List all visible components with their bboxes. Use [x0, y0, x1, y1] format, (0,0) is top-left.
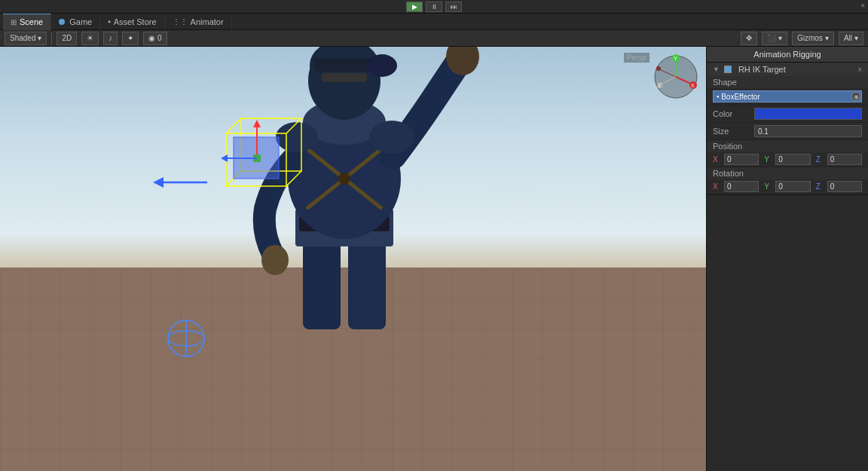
- animator-icon: ⋮⋮: [173, 17, 188, 26]
- ik-target-section: ▼ RH IK Target × Shape ▪ BoxEffector ◉ C…: [707, 63, 868, 195]
- section-collapse-icon: ▼: [713, 66, 720, 73]
- panel-title: Animation Rigging: [753, 50, 821, 59]
- pause-icon: ⏸: [431, 3, 438, 11]
- pos-y-field[interactable]: 0: [775, 154, 810, 165]
- audio-button[interactable]: ♪: [103, 32, 118, 45]
- tools-button[interactable]: ✥: [741, 32, 757, 45]
- svg-line-25: [286, 118, 301, 133]
- svg-point-20: [369, 121, 414, 154]
- size-field[interactable]: 0.1: [754, 125, 862, 137]
- camera-icon: ⬛ ▾: [767, 34, 782, 42]
- panel-header: Animation Rigging: [707, 47, 868, 63]
- svg-point-15: [367, 54, 397, 77]
- size-value: 0.1: [758, 127, 769, 136]
- axes-gizmo: Y X Z: [653, 54, 698, 99]
- svg-text:X: X: [691, 83, 695, 88]
- tab-scene-label: Scene: [20, 17, 43, 26]
- svg-point-50: [656, 66, 661, 71]
- rot-y-label: Y: [764, 182, 773, 191]
- shaded-label: Shaded: [10, 34, 35, 42]
- tab-asset-store[interactable]: ▪ Asset Store: [100, 14, 164, 30]
- audio-icon: ♪: [108, 34, 112, 42]
- rot-z-label: Z: [816, 182, 825, 191]
- pos-z-label: Z: [816, 155, 825, 164]
- visibility-icon: ◉ 0: [148, 34, 161, 42]
- 2d-label: 2D: [62, 34, 72, 42]
- game-dot-icon: [59, 19, 65, 25]
- size-row: Size 0.1: [707, 123, 868, 140]
- color-label: Color: [713, 109, 754, 118]
- svg-line-24: [226, 118, 241, 133]
- ik-target-header[interactable]: ▼ RH IK Target ×: [707, 63, 868, 76]
- svg-marker-38: [153, 177, 164, 188]
- pos-y-label: Y: [764, 155, 773, 164]
- color-swatch[interactable]: [754, 108, 862, 120]
- gizmos-label: Gizmos: [797, 34, 823, 42]
- asset-store-icon: ▪: [108, 17, 111, 26]
- ik-target-close-icon[interactable]: ×: [857, 66, 862, 74]
- tab-animator[interactable]: ⋮⋮ Animator: [165, 14, 232, 30]
- gizmos-chevron-icon: ▾: [825, 34, 829, 42]
- all-chevron-icon: ▾: [854, 34, 858, 42]
- size-label: Size: [713, 127, 754, 136]
- effector-field[interactable]: ▪ BoxEffector ◉: [713, 90, 862, 102]
- rot-x-field[interactable]: 0: [724, 181, 759, 192]
- rotation-xyz-row: X 0 Y 0 Z 0: [707, 179, 868, 194]
- window-close[interactable]: ×: [860, 2, 865, 10]
- top-bar: ▶ ⏸ ⏭ ×: [0, 0, 868, 14]
- tab-game[interactable]: Game: [51, 14, 100, 30]
- scene-vis-button[interactable]: ◉ 0: [143, 32, 167, 45]
- svg-point-8: [338, 173, 350, 185]
- camera-button[interactable]: ⬛ ▾: [762, 32, 787, 45]
- tab-animator-label: Animator: [191, 17, 224, 26]
- svg-rect-14: [314, 58, 374, 72]
- all-label: All: [844, 34, 852, 42]
- pos-x-label: X: [713, 155, 722, 164]
- shaded-dropdown[interactable]: Shaded ▾: [5, 32, 47, 45]
- tab-game-label: Game: [69, 17, 92, 26]
- effector-target-btn[interactable]: ◉: [851, 92, 860, 101]
- shaded-chevron-icon: ▾: [38, 34, 41, 42]
- tools-icon: ✥: [746, 34, 752, 42]
- persp-label: Persp: [624, 53, 649, 63]
- effector-row: ▪ BoxEffector ◉: [707, 88, 868, 106]
- pos-x-field[interactable]: 0: [724, 154, 759, 165]
- svg-rect-17: [454, 47, 460, 59]
- 2d-button[interactable]: 2D: [57, 32, 77, 45]
- rotation-section-label: Rotation: [707, 167, 868, 179]
- toolbar: Shaded ▾ 2D ☀ ♪ ✦ ◉ 0 ✥ ⬛ ▾ Gizmos ▾ All…: [0, 30, 868, 47]
- color-row: Color: [707, 106, 868, 123]
- svg-marker-31: [253, 120, 261, 127]
- fx-button[interactable]: ✦: [122, 32, 139, 45]
- fx-icon: ✦: [127, 34, 133, 42]
- svg-point-9: [261, 245, 289, 275]
- viewport[interactable]: Persp Y X Z: [0, 47, 706, 471]
- blue-sphere-gizmo: [166, 318, 207, 359]
- gizmos-button[interactable]: Gizmos ▾: [792, 32, 834, 45]
- play-icon: ▶: [412, 3, 417, 11]
- pos-z-field[interactable]: 0: [827, 154, 862, 165]
- position-section-label: Position: [707, 140, 868, 152]
- svg-marker-33: [221, 154, 228, 162]
- svg-text:Z: Z: [658, 83, 662, 88]
- light-button[interactable]: ☀: [81, 32, 99, 45]
- svg-rect-18: [463, 47, 469, 58]
- pause-button[interactable]: ⏸: [426, 2, 442, 12]
- all-button[interactable]: All ▾: [839, 32, 863, 45]
- ik-target-label: RH IK Target: [738, 65, 786, 74]
- position-xyz-row: X 0 Y 0 Z 0: [707, 152, 868, 167]
- play-button[interactable]: ▶: [406, 2, 423, 12]
- transform-arrows: [147, 164, 215, 201]
- svg-rect-19: [472, 47, 477, 59]
- next-button[interactable]: ⏭: [445, 2, 462, 12]
- rot-z-field[interactable]: 0: [827, 181, 862, 192]
- svg-line-27: [286, 171, 301, 186]
- scene-hash-icon: ⊞: [11, 18, 17, 26]
- wireframe-gizmo: [219, 111, 316, 209]
- tab-scene[interactable]: ⊞ Scene: [3, 14, 51, 30]
- ik-target-checkbox[interactable]: [724, 66, 732, 73]
- rot-x-label: X: [713, 182, 722, 191]
- svg-rect-2: [348, 239, 386, 329]
- svg-rect-13: [322, 73, 367, 82]
- rot-y-field[interactable]: 0: [775, 181, 810, 192]
